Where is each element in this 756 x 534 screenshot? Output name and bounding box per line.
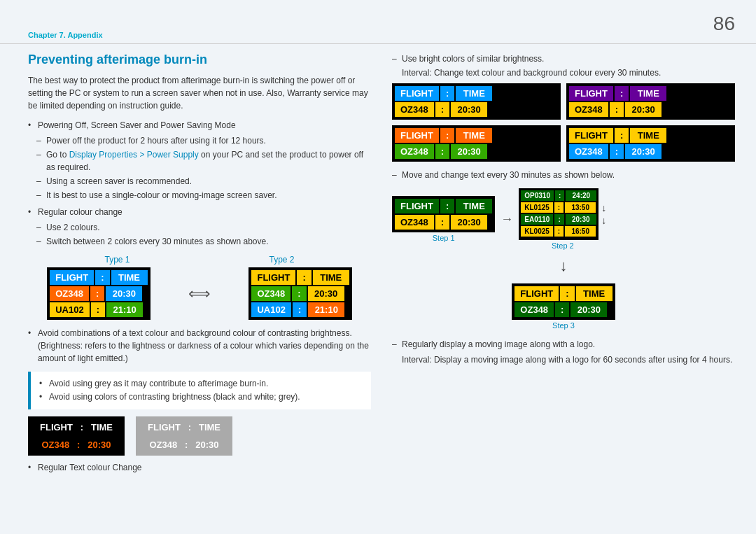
section-title: Preventing afterimage burn-in	[28, 52, 371, 67]
s2r1-c1: OP0310	[521, 190, 554, 201]
s3-time: TIME	[576, 286, 612, 301]
display-properties-link[interactable]: Display Properties > Power Supply	[69, 150, 199, 160]
fb-colon-2: :	[297, 270, 311, 285]
regularly-dash: Regularly display a moving image along w…	[392, 338, 735, 351]
s2r3-c3: 20:30	[566, 214, 596, 225]
step2-col: OP0310 : 24:20 KL0125 : 13:50 EA0110	[519, 188, 606, 250]
scroll-arrows: ↓ ↓	[601, 202, 606, 226]
bullet-item-2: Regular colour change	[28, 206, 371, 218]
sub-item-1-2: Go to Display Properties > Power Supply …	[36, 148, 371, 174]
bb2-time: TIME	[630, 86, 666, 101]
s1-time: TIME	[456, 199, 492, 213]
step2-board-with-arrows: OP0310 : 24:20 KL0125 : 13:50 EA0110	[519, 188, 606, 240]
step1-to-step2-arrow: →	[500, 212, 513, 227]
fb-colon-t1-r2: :	[91, 302, 105, 317]
fb-colon-1: :	[95, 270, 109, 285]
swap-arrow: ⟺	[188, 285, 211, 303]
s1-t: 20:30	[451, 215, 487, 230]
step3-section: FLIGHT : TIME OZ348 : 20:30 Step 3	[392, 283, 735, 330]
s3-t: 20:30	[570, 302, 607, 317]
fb-flight-2: FLIGHT	[251, 270, 295, 285]
type-labels-row: Type 1 Type 2	[28, 255, 371, 265]
bullet-item-3: Avoid combinations of a text colour and …	[28, 327, 371, 365]
fb-colon-t2-r2: :	[293, 302, 307, 317]
contrast-demo: FLIGHT : TIME OZ348 : 20:30 FLIGHT : TIM…	[28, 416, 371, 456]
fb-2110-t2: 21:10	[308, 302, 344, 317]
bb4-t: 20:30	[625, 144, 662, 159]
s2r4-c3: 16:50	[565, 226, 596, 237]
step3-label: Step 3	[552, 321, 575, 330]
sub-item-1-4: It is best to use a single-colour or mov…	[36, 189, 371, 202]
fb-oz348-t1: OZ348	[50, 286, 89, 301]
right-dash-1-sub: Interval: Change text colour and backgro…	[392, 68, 735, 78]
contrast-grey-header: FLIGHT : TIME	[139, 419, 230, 435]
down-arrow-1: ↓	[601, 202, 606, 213]
flight-board-type1: FLIGHT : TIME OZ348 : 20:30 UA102 : 21:1…	[47, 267, 150, 320]
step1-col: FLIGHT : TIME OZ348 : 20:30 Step 1	[392, 196, 495, 242]
bb2-oz: OZ348	[569, 102, 608, 117]
sub-item-1-3: Using a screen saver is recommended.	[36, 175, 371, 188]
s2r3-c2: :	[554, 214, 564, 225]
fb-time-1: TIME	[111, 270, 148, 285]
s1-c: :	[435, 215, 449, 230]
bb3-time: TIME	[456, 128, 492, 143]
highlight-box: Avoid using grey as it may contribute to…	[28, 372, 371, 409]
contrast-board-grey: FLIGHT : TIME OZ348 : 20:30	[136, 416, 232, 456]
fb-2030-t2: 20:30	[308, 286, 344, 301]
fb-2030-t1: 20:30	[106, 286, 142, 301]
bb3-c: :	[435, 144, 449, 159]
bright-boards-grid: FLIGHT : TIME OZ348 : 20:30 FLIGHT : TIM…	[392, 83, 735, 162]
bullet-item-1: Powering Off, Screen Saver and Power Sav…	[28, 119, 371, 132]
contrast-black-row: OZ348 : 20:30	[31, 437, 122, 453]
bb1-c: :	[435, 102, 449, 117]
step3-board: FLIGHT : TIME OZ348 : 20:30	[512, 283, 615, 320]
step1-board: FLIGHT : TIME OZ348 : 20:30	[392, 196, 495, 232]
s1-flight: FLIGHT	[395, 199, 439, 213]
top-divider	[0, 43, 756, 44]
contrast-board-black: FLIGHT : TIME OZ348 : 20:30	[28, 416, 125, 456]
fb-2110-t1: 21:10	[106, 302, 143, 317]
step-row-1-2: FLIGHT : TIME OZ348 : 20:30 Step 1 →	[392, 188, 735, 250]
bb3-colon: :	[440, 128, 454, 143]
bb1-oz: OZ348	[395, 102, 434, 117]
fb-time-2: TIME	[313, 270, 349, 285]
bullet-item-4: Regular Text colour Change	[28, 461, 371, 474]
right-dash-1: Use bright colors of similar brightness.	[392, 52, 735, 65]
bb3-oz: OZ348	[395, 144, 434, 159]
intro-text: The best way to protect the product from…	[28, 74, 371, 112]
bb4-c: :	[610, 144, 624, 159]
s3-colon: :	[560, 286, 574, 301]
sub-item-2-2: Switch between 2 colors every 30 minutes…	[36, 235, 371, 248]
highlight-item-1: Avoid using grey as it may contribute to…	[39, 377, 363, 391]
s3-flight: FLIGHT	[514, 286, 559, 301]
down-arrow-2: ↓	[601, 215, 606, 226]
bb4-time: TIME	[630, 128, 666, 143]
contrast-black-header: FLIGHT : TIME	[31, 419, 122, 435]
s2r4-c1: KL0025	[521, 226, 553, 237]
bb1-flight: FLIGHT	[395, 86, 439, 101]
s1-oz: OZ348	[395, 215, 434, 230]
regularly-interval: Interval: Display a moving image along w…	[392, 353, 735, 366]
regularly-section: Regularly display a moving image along w…	[392, 338, 735, 366]
fb-flight-1: FLIGHT	[50, 270, 94, 285]
step2-to-step3-arrow: ↓	[392, 254, 735, 278]
bb3-flight: FLIGHT	[395, 128, 439, 143]
bb4-flight: FLIGHT	[569, 128, 613, 143]
bb1-t: 20:30	[451, 102, 487, 117]
bb2-flight: FLIGHT	[569, 86, 613, 101]
type1-label: Type 1	[104, 255, 130, 265]
bb2-colon: :	[615, 86, 629, 101]
fb-colon-t2-r1: :	[292, 286, 306, 301]
fb-ua102-t1: UA102	[50, 302, 89, 317]
s2r4-c2: :	[554, 226, 564, 237]
flight-board-type2: FLIGHT : TIME OZ348 : 20:30 UA102 : 21:1…	[248, 267, 351, 320]
bright-board-4: FLIGHT : TIME OZ348 : 20:30	[566, 125, 735, 162]
sub-item-1-1: Power off the product for 2 hours after …	[36, 134, 371, 147]
contrast-grey-row: OZ348 : 20:30	[139, 437, 230, 453]
bright-board-2: FLIGHT : TIME OZ348 : 20:30	[566, 83, 735, 120]
s2r1-c2: :	[555, 190, 564, 201]
type2-label: Type 2	[269, 255, 294, 265]
step2-board: OP0310 : 24:20 KL0125 : 13:50 EA0110	[519, 188, 598, 240]
s3-oz: OZ348	[514, 302, 554, 317]
bb1-time: TIME	[456, 86, 492, 101]
